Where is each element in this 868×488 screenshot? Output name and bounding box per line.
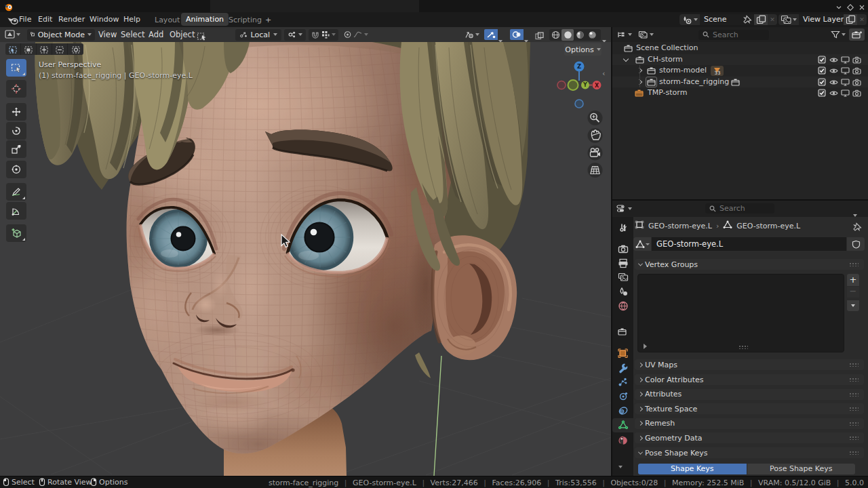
checkbox-icon[interactable] — [818, 78, 826, 86]
show-gizmos-toggle[interactable] — [484, 29, 498, 40]
viewport-menu-select[interactable]: Select — [121, 27, 144, 42]
tab-scripting[interactable]: Scripting — [229, 13, 262, 27]
ortho-toggle-button[interactable] — [588, 163, 603, 178]
camera-view-button[interactable] — [588, 146, 603, 161]
disable-in-viewports-toggle[interactable] — [841, 56, 850, 66]
eye-icon[interactable] — [829, 67, 838, 75]
select-set-button[interactable] — [5, 43, 21, 55]
tab-object[interactable] — [613, 346, 633, 361]
add-workspace-button[interactable]: + — [265, 13, 271, 27]
shading-solid-icon[interactable] — [564, 30, 572, 39]
pin-id-button[interactable] — [853, 221, 862, 234]
camera-icon[interactable] — [852, 67, 861, 75]
eye-icon[interactable] — [829, 56, 838, 64]
menu-file[interactable]: File — [19, 12, 31, 27]
tool-move-button[interactable] — [6, 103, 26, 121]
monitor-icon[interactable] — [841, 89, 850, 97]
select-intersect-button[interactable] — [68, 43, 83, 55]
tab-view-layer[interactable] — [613, 270, 633, 285]
viewport-3d[interactable]: Y X Z Options User Perspective (1) storm… — [0, 42, 611, 476]
options-button[interactable]: Options — [564, 43, 601, 56]
vertex-group-specials-button[interactable] — [847, 300, 859, 311]
disable-in-viewports-toggle[interactable] — [841, 67, 850, 77]
panel-grip-icon[interactable] — [849, 363, 859, 367]
exclude-checkbox[interactable] — [818, 66, 826, 77]
unlink-scene-button[interactable]: ✕ — [768, 16, 777, 23]
panel-grip-icon[interactable] — [849, 436, 859, 440]
mode-dropdown[interactable]: Object Mode — [27, 29, 95, 41]
tab-modifiers[interactable] — [613, 361, 633, 375]
hide-in-viewport-toggle[interactable] — [829, 79, 838, 88]
view-layer-browse-button[interactable] — [778, 15, 799, 24]
tool-measure-button[interactable] — [6, 202, 26, 220]
viewport-menu-view[interactable]: View — [98, 27, 117, 42]
tab-material[interactable] — [613, 433, 633, 447]
checkbox-icon[interactable] — [818, 56, 826, 64]
tab-particles[interactable] — [613, 375, 633, 389]
tabs-overflow-chevron[interactable] — [618, 458, 623, 471]
exclude-checkbox[interactable] — [818, 89, 826, 99]
hide-in-viewport-toggle[interactable] — [829, 89, 838, 99]
properties-search-input[interactable]: Search — [705, 203, 774, 214]
camera-icon[interactable] — [852, 89, 861, 97]
panel-grip-icon[interactable] — [849, 262, 859, 266]
breadcrumb-data[interactable]: GEO-storm-eye.L — [736, 222, 800, 230]
orientation-dropdown[interactable]: Local — [235, 29, 281, 41]
snap-with-icon[interactable] — [287, 30, 296, 39]
transform-pivot-icon[interactable] — [197, 32, 207, 41]
outliner-search-input[interactable]: Search — [698, 30, 769, 40]
editor-type-button[interactable] — [5, 30, 20, 39]
hide-in-viewport-toggle[interactable] — [829, 67, 838, 77]
tool-add-cube-button[interactable] — [6, 224, 26, 242]
disable-in-renders-toggle[interactable] — [852, 56, 861, 66]
tool-box-select-button[interactable] — [6, 59, 26, 77]
tab-collection[interactable] — [613, 325, 633, 340]
list-filter-expand-icon[interactable] — [644, 344, 647, 349]
filter-icon[interactable] — [831, 30, 840, 39]
gizmo-visibility-button[interactable] — [464, 30, 479, 39]
viewport-menu-object[interactable]: Object — [170, 27, 195, 42]
fake-user-shield-icon[interactable] — [852, 240, 861, 249]
show-gizmos-icon[interactable] — [486, 30, 496, 39]
snap-grid-icon[interactable] — [321, 30, 330, 39]
id-type-button[interactable] — [633, 237, 651, 251]
filter-id-icon[interactable] — [638, 30, 648, 39]
sidebar-collapse-arrow[interactable]: ‹ — [602, 69, 605, 78]
show-overlays-toggle[interactable] — [510, 29, 524, 40]
hide-in-viewport-toggle[interactable] — [829, 56, 838, 66]
outliner-row-ch-storm[interactable]: CH-storm — [612, 54, 868, 66]
pin-scene-icon[interactable] — [743, 15, 752, 25]
panel-header-remesh[interactable]: Remesh — [635, 418, 864, 429]
gizmo-neg-y[interactable] — [568, 80, 578, 90]
panel-grip-icon[interactable] — [849, 407, 859, 411]
viewport-canvas[interactable]: Y X Z — [0, 42, 611, 476]
snap-magnet-icon[interactable] — [311, 30, 319, 39]
panel-header-color-attributes[interactable]: Color Attributes — [635, 374, 864, 385]
tab-animation[interactable]: Animation — [181, 13, 229, 26]
filter-id-button[interactable] — [638, 30, 654, 39]
camera-icon[interactable] — [852, 79, 861, 86]
shading-rendered-icon[interactable] — [588, 30, 597, 39]
tab-render[interactable] — [613, 242, 633, 256]
pan-button[interactable] — [588, 128, 603, 143]
panel-header-attributes[interactable]: Attributes — [635, 389, 864, 400]
filter-button[interactable] — [831, 30, 846, 39]
checkbox-icon[interactable] — [818, 66, 826, 75]
properties-options-chevron[interactable] — [853, 207, 857, 220]
snap-toggle-group[interactable] — [309, 29, 338, 41]
panel-grip-icon[interactable] — [849, 378, 859, 382]
camera-icon[interactable] — [852, 56, 861, 64]
zoom-button[interactable] — [588, 110, 603, 125]
tab-physics[interactable] — [613, 389, 633, 403]
display-mode-icon[interactable] — [616, 30, 627, 39]
tab-output[interactable] — [613, 256, 633, 270]
gizmo-visibility-icon[interactable] — [464, 30, 474, 39]
gizmo-neg-z[interactable] — [575, 100, 583, 108]
vertex-groups-list[interactable] — [637, 274, 844, 352]
outliner-row-storm-model[interactable]: storm-model33 — [612, 65, 868, 77]
panel-header-uv-maps[interactable]: UV Maps — [635, 359, 864, 370]
list-resize-grip[interactable] — [738, 345, 748, 349]
pin-icon[interactable] — [743, 15, 752, 24]
exclude-checkbox[interactable] — [818, 56, 826, 66]
eye-icon[interactable] — [829, 89, 838, 97]
